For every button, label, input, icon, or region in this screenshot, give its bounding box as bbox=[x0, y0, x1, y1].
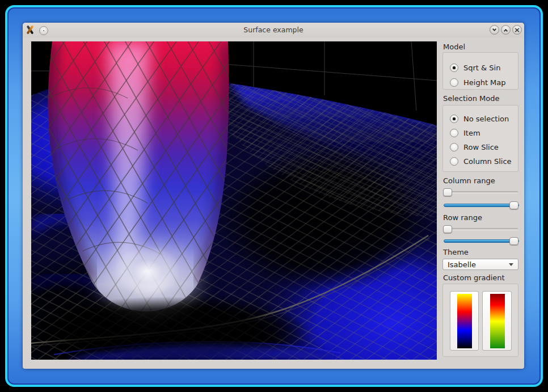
selection-mode-group: No selection Item Row Slice Column Slice bbox=[442, 105, 519, 172]
window-title: Surface example bbox=[23, 26, 524, 34]
radio-icon bbox=[450, 64, 458, 72]
slider-handle[interactable] bbox=[509, 201, 519, 209]
radio-item[interactable]: Item bbox=[443, 126, 518, 140]
radio-icon bbox=[450, 129, 458, 137]
radio-no-selection[interactable]: No selection bbox=[443, 112, 518, 126]
column-range-max-slider[interactable] bbox=[443, 201, 519, 210]
slider-handle[interactable] bbox=[443, 188, 452, 196]
model-label: Model bbox=[443, 43, 465, 51]
theme-label: Theme bbox=[443, 248, 469, 256]
surface-3d-view[interactable] bbox=[31, 41, 437, 360]
titlebar[interactable]: Surface example × bbox=[23, 23, 524, 37]
chevron-down-icon bbox=[492, 27, 496, 31]
chevron-up-icon bbox=[504, 29, 508, 33]
radio-row-slice[interactable]: Row Slice bbox=[443, 140, 518, 154]
radio-column-slice[interactable]: Column Slice bbox=[443, 154, 518, 168]
chevron-down-icon bbox=[509, 263, 513, 266]
gradient-black-to-yellow-button[interactable] bbox=[450, 291, 479, 351]
desktop-background: Surface example × bbox=[0, 0, 548, 392]
theme-combobox[interactable]: Isabelle bbox=[442, 259, 519, 270]
gradient-green-to-red-button[interactable] bbox=[482, 291, 512, 351]
row-range-min-slider[interactable] bbox=[443, 225, 519, 234]
radio-icon bbox=[450, 157, 458, 166]
custom-gradient-group bbox=[442, 284, 519, 357]
theme-selected-value: Isabelle bbox=[448, 260, 509, 269]
row-range-max-slider[interactable] bbox=[443, 237, 519, 246]
gradient-green-to-red-swatch bbox=[490, 294, 505, 348]
row-range-label: Row range bbox=[443, 213, 482, 222]
slider-handle[interactable] bbox=[509, 237, 519, 245]
radio-sqrt-sin[interactable]: Sqrt & Sin bbox=[443, 60, 518, 75]
column-range-label: Column range bbox=[443, 176, 495, 185]
gradient-black-to-yellow-swatch bbox=[457, 294, 472, 348]
slider-groove bbox=[444, 191, 518, 193]
close-icon: × bbox=[513, 26, 521, 34]
slider-fill bbox=[444, 204, 519, 207]
custom-gradient-label: Custom gradient bbox=[443, 273, 505, 282]
slider-fill bbox=[444, 239, 519, 243]
column-range-min-slider[interactable] bbox=[443, 188, 519, 197]
control-panel: Model Sqrt & Sin Height Map Selection Mo… bbox=[442, 41, 519, 360]
radio-icon bbox=[450, 143, 458, 151]
slider-groove bbox=[444, 228, 518, 230]
maximize-button[interactable] bbox=[501, 25, 511, 35]
model-group: Sqrt & Sin Height Map bbox=[442, 52, 519, 90]
radio-icon bbox=[450, 115, 458, 123]
close-button[interactable]: × bbox=[512, 25, 522, 35]
minimize-button[interactable] bbox=[490, 25, 499, 35]
radio-height-map[interactable]: Height Map bbox=[443, 75, 518, 90]
radio-icon bbox=[450, 78, 458, 87]
surface-example-window: Surface example × bbox=[23, 23, 524, 369]
surface-plot bbox=[31, 41, 437, 360]
selection-mode-label: Selection Mode bbox=[443, 94, 499, 103]
slider-handle[interactable] bbox=[443, 225, 452, 233]
